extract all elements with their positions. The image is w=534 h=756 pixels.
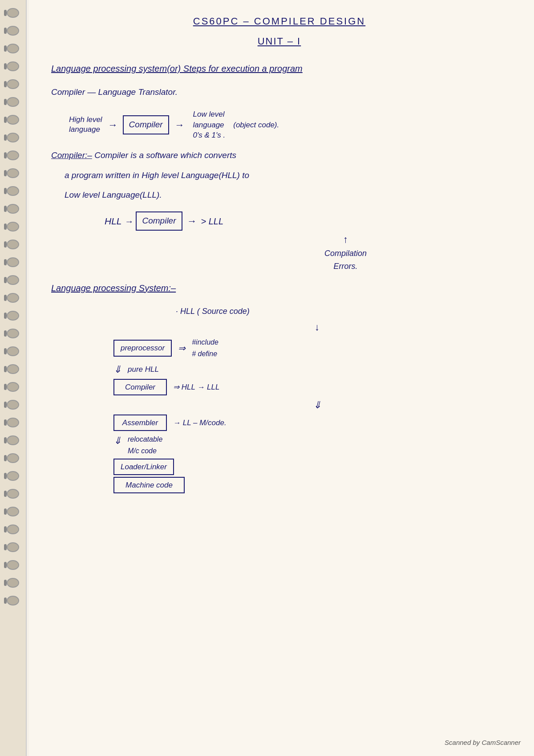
compiler-lps-row: Compiler ⇒ HLL → LLL — [113, 379, 507, 395]
compilation-errors-note: ↑ Compilation Errors. — [184, 232, 507, 273]
scanned-by-note: Scanned by CamScanner — [445, 737, 521, 748]
up-arrow-icon: ↑ — [343, 232, 348, 247]
spiral-hole — [7, 97, 19, 107]
spiral-hole — [7, 115, 19, 125]
compiler-definition-block: Compiler:– Compiler is a software which … — [51, 149, 507, 202]
loader-linker-box: Loader/Linker — [113, 459, 174, 475]
spiral-hole — [7, 435, 19, 445]
section1-heading: Language processing system(or) Steps for… — [51, 61, 507, 76]
spiral-hole — [7, 257, 19, 267]
preprocessor-arrow: ⇒ — [178, 341, 186, 355]
down-arrow-2: ⇓ — [113, 362, 121, 377]
lps-heading: Language processing System:– — [51, 281, 507, 295]
compiler-translator-block: Compiler — Language Translator. — [51, 85, 507, 99]
spiral-hole — [7, 453, 19, 463]
spiral-hole — [7, 61, 19, 71]
down-arrow-3: ⇓ — [127, 397, 507, 413]
spiral-hole — [7, 596, 19, 606]
spiral-hole — [7, 8, 19, 18]
spiral-hole — [7, 311, 19, 321]
relocatable-row: ⇓ relocatable M/c code — [113, 433, 507, 456]
include-define-notes: #include # define — [192, 337, 218, 359]
compiler-box1: Compiler — [123, 115, 169, 134]
spiral-hole — [7, 168, 19, 178]
spiral-hole — [7, 418, 19, 427]
object-code-label: (object code). — [233, 119, 279, 131]
page-content: CS60PC – COMPILER DESIGN UNIT – I Langua… — [29, 0, 534, 756]
spiral-hole — [7, 79, 19, 89]
spiral-hole — [7, 26, 19, 36]
lps-section: Language processing System:– — [51, 281, 507, 295]
page-title: CS60PC – COMPILER DESIGN — [51, 13, 507, 29]
hll-label: High level language — [69, 115, 102, 134]
assembler-box: Assembler — [113, 415, 167, 431]
compiler-desc3: Low level Language(LLL). — [65, 188, 507, 202]
output-label: Low level language 0's & 1's . — [193, 109, 226, 141]
arrow-to-box2: → — [125, 214, 134, 228]
lps-flow-diagram: · HLL ( Source code) ↓ preprocessor ⇒ #i… — [113, 305, 507, 493]
compiler-desc2: a program written in High level Language… — [65, 169, 507, 182]
arrow-from-compiler: → — [174, 117, 184, 133]
hll-compiler-subdiagram: HLL → Compiler → > LLL ↑ Compilation Err… — [51, 211, 507, 272]
preprocessor-row: preprocessor ⇒ #include # define — [113, 337, 507, 359]
spiral-hole — [7, 293, 19, 303]
spiral-binding — [0, 0, 27, 756]
compiler-heading: Compiler:– Compiler is a software which … — [51, 149, 507, 162]
compiler-def-line1: Compiler — Language Translator. — [51, 85, 507, 99]
spiral-hole — [7, 382, 19, 392]
spiral-hole — [7, 364, 19, 374]
assembler-arrow: → LL – M/code. — [173, 417, 227, 429]
machine-code-box: Machine code — [113, 477, 185, 493]
hll-compiler-lll-diagram: High level language → Compiler → Low lev… — [51, 109, 507, 141]
spiral-hole — [7, 222, 19, 232]
compiler-box3: Compiler — [113, 379, 167, 395]
hll-label2: HLL — [105, 214, 122, 229]
spiral-hole — [7, 204, 19, 214]
spiral-hole — [7, 560, 19, 570]
hll-compiler-lll-row: HLL → Compiler → > LLL — [105, 211, 507, 230]
spiral-hole — [7, 150, 19, 160]
machine-code-row: Machine code — [113, 477, 507, 493]
spiral-hole — [7, 489, 19, 499]
down-arrow-4: ⇓ — [113, 433, 121, 448]
spiral-hole — [7, 578, 19, 588]
spiral-hole — [7, 346, 19, 356]
hll-flow-row: High level language → Compiler → Low lev… — [69, 109, 507, 141]
spiral-hole — [7, 471, 19, 481]
preprocessor-box: preprocessor — [113, 340, 172, 356]
spiral-hole — [7, 186, 19, 196]
hll-source-label: · HLL ( Source code) — [176, 305, 507, 318]
pure-hll-label: pure HLL — [128, 363, 159, 375]
arrow-lll: → — [187, 213, 197, 229]
spiral-hole — [7, 329, 19, 338]
compiler-box2: Compiler — [136, 211, 182, 230]
spiral-hole — [7, 542, 19, 552]
down-arrow-1: ↓ — [127, 319, 507, 335]
loader-linker-row: Loader/Linker — [113, 459, 507, 475]
assembler-row: Assembler → LL – M/code. — [113, 415, 507, 431]
section1-heading-block: Language processing system(or) Steps for… — [51, 61, 507, 76]
spiral-hole — [7, 524, 19, 534]
title-section: CS60PC – COMPILER DESIGN UNIT – I — [51, 13, 507, 49]
spiral-hole — [7, 400, 19, 410]
spiral-hole — [7, 240, 19, 249]
unit-heading: UNIT – I — [51, 33, 507, 49]
lll-label: > LLL — [201, 214, 223, 228]
spiral-hole — [7, 507, 19, 516]
compiler-lps-arrow: ⇒ HLL → LLL — [173, 381, 219, 393]
spiral-hole — [7, 133, 19, 142]
relocatable-notes: relocatable M/c code — [128, 434, 162, 456]
pure-hll-row: ⇓ pure HLL — [113, 362, 507, 377]
spiral-hole — [7, 44, 19, 53]
arrow-to-compiler: → — [108, 117, 117, 133]
spiral-hole — [7, 275, 19, 285]
compiler-subdiag-inner: HLL → Compiler → > LLL ↑ Compilation Err… — [105, 211, 507, 272]
